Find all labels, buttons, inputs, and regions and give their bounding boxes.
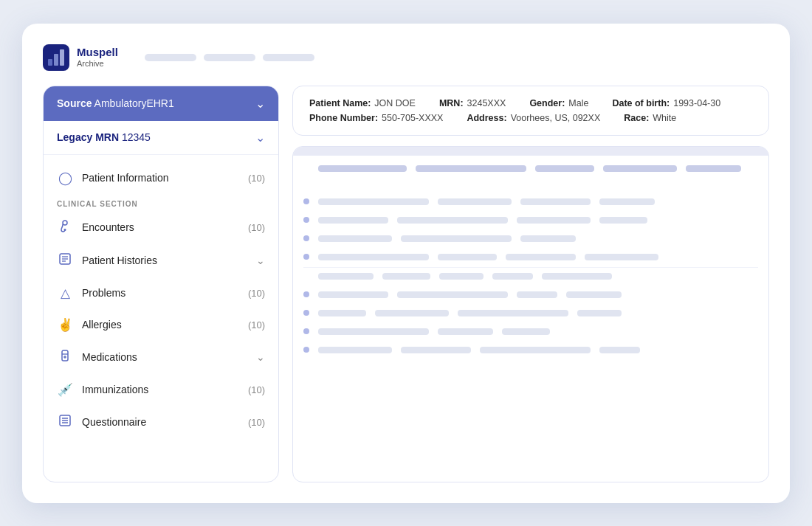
warning-icon: △: [57, 286, 73, 301]
sidebar-item-immunizations[interactable]: 💉 Immunizations (10): [44, 374, 278, 406]
row-dot: [303, 217, 309, 223]
address-value: Voorhees, US, 092XX: [511, 113, 601, 123]
logo-area: Muspell Archive: [43, 44, 118, 71]
skeleton-cell: [502, 328, 550, 335]
sidebar-item-patient-information[interactable]: ◯ Patient Information (10): [44, 162, 278, 194]
right-panel: Patient Name: JON DOE MRN: 3245XXX Gende…: [292, 86, 769, 482]
patient-row-1: Patient Name: JON DOE MRN: 3245XXX Gende…: [309, 98, 752, 108]
patient-name-field: Patient Name: JON DOE: [309, 98, 416, 108]
race-field: Race: White: [624, 113, 676, 123]
svg-rect-1: [48, 59, 52, 66]
skeleton-cell: [542, 273, 612, 280]
questionnaire-count: (10): [248, 417, 265, 428]
sidebar-item-problems[interactable]: △ Problems (10): [44, 277, 278, 309]
immunizations-count: (10): [248, 384, 265, 395]
nav-pill-2[interactable]: [204, 54, 255, 61]
skeleton-cell: [382, 273, 430, 280]
patient-name-label: Patient Name:: [309, 98, 371, 108]
history-icon: [57, 252, 73, 269]
sidebar-item-medications[interactable]: Medications ⌄: [44, 341, 278, 374]
legacy-mrn-dropdown[interactable]: Legacy MRN 12345 ⌄: [44, 121, 278, 155]
legacy-chevron-icon: ⌄: [255, 131, 265, 145]
patient-information-count: (10): [248, 173, 265, 184]
list-icon: [57, 414, 73, 431]
clinical-section-header: CLINICAL SECTION: [44, 194, 278, 211]
allergies-count: (10): [248, 319, 265, 331]
sidebar-item-questionnaire[interactable]: Questionnaire (10): [44, 406, 278, 439]
race-label: Race:: [624, 113, 649, 123]
medications-label: Medications: [82, 351, 247, 363]
logo-text: Muspell Archive: [77, 46, 118, 68]
skeleton-cell: [318, 328, 429, 335]
nav-pill-1[interactable]: [145, 54, 196, 61]
address-field: Address: Voorhees, US, 092XX: [467, 113, 600, 123]
skeleton-cell: [458, 310, 568, 316]
source-dropdown[interactable]: Source AmbulatoryEHR1 ⌄: [44, 86, 278, 121]
table-row: [303, 212, 758, 229]
data-table-area: [292, 146, 769, 482]
logo-subtitle: Archive: [77, 59, 118, 68]
patient-histories-label: Patient Histories: [82, 255, 247, 266]
race-value: White: [653, 113, 676, 123]
skeleton-cell: [480, 347, 591, 353]
table-row: [303, 160, 758, 192]
phone-label: Phone Number:: [309, 113, 378, 123]
source-dropdown-label: Source AmbulatoryEHR1: [57, 97, 174, 109]
skeleton-cell: [375, 310, 449, 316]
skeleton-cell: [416, 165, 526, 172]
skeleton-cell: [506, 254, 576, 260]
skeleton-cell: [577, 310, 622, 316]
patient-info-card: Patient Name: JON DOE MRN: 3245XXX Gende…: [292, 86, 769, 136]
patient-information-label: Patient Information: [82, 172, 239, 184]
table-row: [303, 342, 758, 359]
table-row: [303, 249, 758, 266]
gender-label: Gender:: [529, 98, 565, 108]
allergies-label: Allergies: [82, 319, 239, 331]
dob-field: Date of birth: 1993-04-30: [612, 98, 720, 108]
skeleton-cell: [686, 165, 741, 172]
legacy-label-bold: Legacy MRN: [57, 131, 119, 143]
table-header-row: [293, 147, 768, 156]
skeleton-cell: [318, 235, 392, 242]
skeleton-cell: [439, 273, 484, 280]
table-row: [303, 193, 758, 210]
gender-field: Gender: Male: [529, 98, 588, 108]
stethoscope-icon: [57, 219, 73, 236]
skeleton-cell: [397, 217, 508, 224]
svg-point-5: [64, 229, 66, 231]
skeleton-cell: [401, 235, 512, 242]
address-label: Address:: [467, 113, 506, 123]
skeleton-cell: [438, 198, 512, 205]
table-row: [303, 230, 758, 247]
svg-rect-3: [60, 49, 64, 66]
sidebar-item-allergies[interactable]: ✌ Allergies (10): [44, 309, 278, 341]
skeleton-cell: [318, 254, 429, 260]
hand-icon: ✌: [57, 317, 73, 333]
skeleton-cell: [318, 198, 429, 205]
row-dot: [303, 347, 309, 353]
phone-field: Phone Number: 550-705-XXXX: [309, 113, 443, 123]
app-window: Muspell Archive Source AmbulatoryEHR1 ⌄ …: [22, 24, 790, 503]
skeleton-cell: [492, 273, 533, 280]
svg-point-4: [63, 221, 67, 225]
nav-pill-3[interactable]: [263, 54, 314, 61]
sidebar: Source AmbulatoryEHR1 ⌄ Legacy MRN 12345…: [43, 86, 279, 482]
source-label-bold: Source: [57, 97, 92, 109]
mrn-label: MRN:: [439, 98, 464, 108]
patient-row-2: Phone Number: 550-705-XXXX Address: Voor…: [309, 113, 752, 123]
sidebar-item-patient-histories[interactable]: Patient Histories ⌄: [44, 244, 278, 277]
skeleton-cell: [401, 347, 471, 353]
skeleton-cell: [517, 217, 591, 224]
patient-name-value: JON DOE: [374, 98, 416, 108]
legacy-mrn-value: 12345: [122, 131, 151, 143]
phone-value: 550-705-XXXX: [382, 113, 443, 123]
skeleton-cell: [318, 217, 388, 224]
skeleton-cell: [599, 217, 647, 224]
sidebar-item-encounters[interactable]: Encounters (10): [44, 211, 278, 244]
table-row: [303, 305, 758, 322]
syringe-icon: 💉: [57, 382, 73, 398]
row-dot: [303, 254, 309, 260]
nav-list: ◯ Patient Information (10) CLINICAL SECT…: [44, 155, 278, 482]
skeleton-cell: [520, 198, 591, 205]
row-dot: [303, 198, 309, 204]
